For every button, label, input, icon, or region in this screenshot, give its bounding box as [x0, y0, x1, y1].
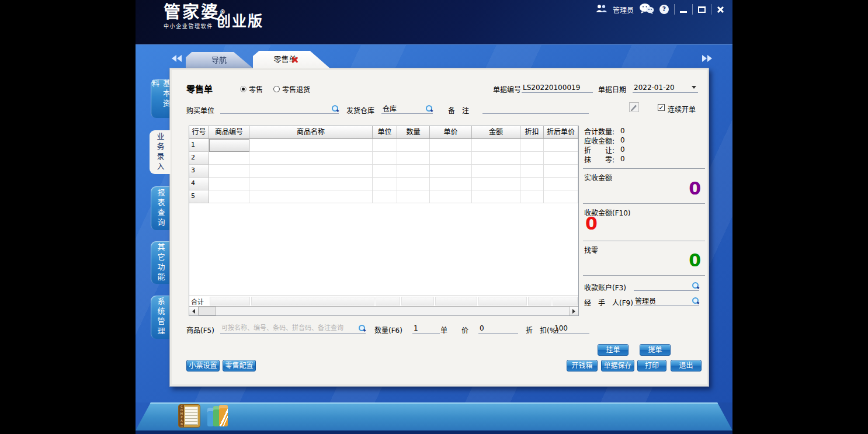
grid-cell[interactable]	[209, 178, 249, 190]
grid-cell[interactable]	[373, 165, 397, 178]
grid-cell[interactable]	[373, 178, 397, 190]
grid-cell[interactable]	[249, 190, 373, 203]
retail-config-button[interactable]: 零售配置	[223, 360, 256, 371]
hold-order-button[interactable]: 挂单	[598, 344, 629, 356]
scrollbar-thumb[interactable]	[199, 307, 216, 315]
edit-icon[interactable]	[629, 102, 639, 114]
qty-input[interactable]	[412, 324, 440, 332]
minimize-button[interactable]	[680, 11, 687, 13]
remark-input[interactable]	[482, 105, 589, 113]
row-number-cell[interactable]: 1	[189, 139, 209, 152]
maximize-button[interactable]	[698, 6, 706, 13]
sidebar-item-basic-data[interactable]: 基本资料	[151, 79, 171, 118]
tab-close-icon[interactable]	[291, 56, 298, 63]
radio-retail[interactable]	[240, 86, 246, 92]
product-search-input[interactable]	[220, 324, 358, 332]
grid-cell[interactable]	[430, 165, 472, 178]
radio-retail-return-label[interactable]: 零售退货	[282, 84, 310, 94]
wechat-icon[interactable]	[639, 3, 654, 16]
grid-cell[interactable]	[430, 178, 472, 190]
qty-label: 数量(F6)	[374, 325, 402, 335]
grid-cell[interactable]	[397, 152, 430, 165]
sidebar-item-business-entry[interactable]: 业务录入	[150, 130, 171, 174]
buyer-input[interactable]	[220, 105, 331, 113]
exit-button[interactable]: 退出	[671, 360, 702, 371]
grid-cell[interactable]	[373, 139, 397, 152]
grid-cell[interactable]	[472, 190, 520, 203]
search-icon[interactable]	[692, 282, 699, 289]
print-button[interactable]: 打印	[637, 360, 666, 371]
scroll-right-icon[interactable]	[569, 307, 578, 315]
grid-cell[interactable]	[472, 178, 520, 190]
row-number-cell[interactable]: 3	[189, 165, 209, 178]
grid-cell[interactable]	[472, 165, 520, 178]
grid-cell[interactable]	[209, 152, 249, 165]
grid-cell[interactable]	[397, 178, 430, 190]
search-icon[interactable]	[331, 105, 339, 112]
scroll-left-icon[interactable]	[189, 307, 199, 315]
chevron-down-icon[interactable]	[692, 86, 696, 89]
pick-order-button[interactable]: 提单	[640, 344, 671, 356]
tabs-scroll-left-icon[interactable]	[172, 55, 182, 62]
grid-cell[interactable]	[544, 152, 578, 165]
grid-cell[interactable]	[373, 152, 397, 165]
grid-cell[interactable]	[249, 152, 373, 165]
row-number-cell[interactable]: 2	[189, 152, 209, 165]
contact-cards-icon[interactable]	[207, 404, 229, 428]
grid-cell[interactable]	[544, 139, 578, 152]
doc-date-input[interactable]	[633, 84, 690, 92]
grid-cell[interactable]	[430, 190, 472, 203]
grid-cell[interactable]	[520, 178, 544, 190]
grid-cell[interactable]	[397, 139, 430, 152]
grid-cell[interactable]	[544, 190, 578, 203]
warehouse-input[interactable]	[381, 105, 425, 113]
discount-input[interactable]	[553, 324, 589, 332]
tab-navigation[interactable]: 导航	[186, 52, 252, 68]
sidebar-item-system-management[interactable]: 系统管理	[151, 296, 171, 339]
continuous-label[interactable]: 连续开单	[668, 104, 696, 114]
payment-account-input[interactable]	[634, 282, 692, 290]
doc-no-input[interactable]	[522, 84, 593, 92]
row-number-cell[interactable]: 5	[189, 190, 209, 203]
radio-retail-label[interactable]: 零售	[249, 84, 263, 94]
tab-retail-order[interactable]: 零售单	[253, 51, 330, 68]
tabs-scroll-right-icon[interactable]	[702, 55, 712, 62]
grid-cell[interactable]	[430, 139, 472, 152]
grid-cell[interactable]	[520, 152, 544, 165]
sidebar-item-other-functions[interactable]: 其它功能	[151, 241, 171, 284]
grid-cell[interactable]	[209, 190, 249, 203]
grid-cell[interactable]	[397, 165, 430, 178]
grid-cell[interactable]	[249, 178, 373, 190]
grid-cell[interactable]	[430, 152, 472, 165]
grid-cell[interactable]	[520, 165, 544, 178]
sidebar-item-report-query[interactable]: 报表查询	[151, 186, 171, 230]
cash-drawer-button[interactable]: 开钱箱	[567, 360, 598, 371]
search-icon[interactable]	[692, 297, 699, 304]
grid-cell[interactable]	[472, 139, 520, 152]
grid-cell[interactable]	[520, 139, 544, 152]
grid-cell[interactable]	[249, 165, 373, 178]
grid-cell[interactable]	[373, 190, 397, 203]
grid-cell[interactable]	[544, 165, 578, 178]
radio-retail-return[interactable]	[273, 86, 280, 92]
grid-cell[interactable]	[397, 190, 430, 203]
help-icon[interactable]: ?	[659, 5, 669, 14]
handler-input[interactable]	[634, 297, 692, 305]
ticket-settings-button[interactable]: 小票设置	[186, 360, 220, 371]
horizontal-scrollbar[interactable]	[189, 306, 578, 315]
search-icon[interactable]	[425, 105, 433, 112]
discount-field	[553, 323, 589, 334]
grid-cell[interactable]	[209, 165, 249, 178]
company-notepad-icon[interactable]: COMPANY	[178, 404, 200, 428]
grid-cell[interactable]	[249, 139, 373, 152]
grid-cell-selected[interactable]	[209, 139, 249, 152]
row-number-cell[interactable]: 4	[189, 178, 209, 190]
search-icon[interactable]	[358, 324, 366, 332]
close-button[interactable]	[717, 6, 724, 13]
grid-cell[interactable]	[520, 190, 544, 203]
save-order-button[interactable]: 单据保存	[601, 360, 634, 371]
grid-cell[interactable]	[544, 178, 578, 190]
continuous-checkbox[interactable]: ✓	[658, 104, 665, 111]
unit-price-input[interactable]	[478, 324, 518, 332]
grid-cell[interactable]	[472, 152, 520, 165]
